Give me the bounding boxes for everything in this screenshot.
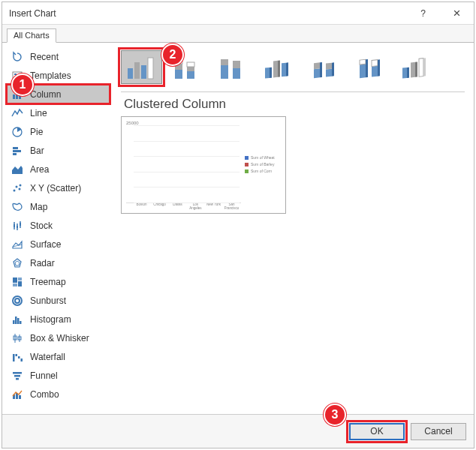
preview-chart: Sum of WheatSum of BarleySum of Corn: [126, 125, 281, 203]
sidebar-item-label: Recent: [30, 52, 59, 62]
svg-point-12: [16, 185, 18, 188]
x-label: Dallas: [170, 203, 185, 210]
sidebar-item-label: Combo: [30, 389, 59, 400]
sidebar-item-map[interactable]: Map: [7, 197, 110, 216]
svg-rect-49: [134, 62, 140, 79]
svg-marker-10: [12, 166, 23, 174]
svg-rect-27: [13, 284, 17, 286]
svg-rect-50: [141, 65, 146, 79]
svg-rect-7: [13, 147, 18, 149]
templates-icon: [10, 68, 25, 83]
svg-rect-41: [21, 358, 23, 362]
svg-point-11: [14, 189, 16, 191]
svg-rect-83: [415, 62, 417, 76]
chart-subtype-5[interactable]: [350, 50, 391, 84]
sidebar-item-bar[interactable]: Bar: [7, 141, 110, 160]
sidebar-item-pie[interactable]: Pie: [7, 122, 110, 141]
svg-rect-52: [175, 70, 182, 79]
sidebar-item-sunburst[interactable]: Sunburst: [7, 291, 110, 310]
grid-lines: [134, 125, 240, 202]
chart-subtype-1[interactable]: [167, 50, 208, 84]
preview-plot-area: [126, 125, 241, 203]
funnel-icon: [10, 368, 25, 383]
sidebar-item-combo[interactable]: Combo: [7, 385, 110, 404]
legend-item: Sum of Wheat: [245, 155, 281, 160]
svg-rect-77: [372, 65, 378, 76]
svg-rect-64: [273, 60, 278, 77]
sidebar-item-label: Waterfall: [30, 352, 65, 362]
chart-subtype-2[interactable]: [212, 50, 254, 84]
close-button[interactable]: ×: [440, 2, 474, 24]
treemap-icon: [10, 274, 25, 290]
x-axis-labels: BostonChicagoDallasLos AngelesNew YorkSa…: [126, 203, 281, 210]
sidebar-item-stock[interactable]: Stock: [7, 216, 110, 235]
svg-rect-68: [314, 68, 320, 78]
cancel-button-label: Cancel: [424, 426, 452, 436]
svg-point-29: [15, 298, 20, 303]
sidebar-item-recent[interactable]: Recent: [7, 47, 110, 66]
sidebar-item-column[interactable]: Column: [7, 85, 110, 104]
chart-subtype-3[interactable]: [258, 50, 300, 84]
main-panel: 2 Clustered Column 25000 Sum of WheatSum…: [112, 43, 474, 414]
column-icon: [10, 87, 25, 102]
surface-icon: [10, 237, 25, 252]
svg-rect-9: [13, 153, 17, 155]
sidebar-item-funnel[interactable]: Funnel: [7, 366, 110, 385]
chart-preview[interactable]: 25000 Sum of WheatSum of BarleySum of Co…: [121, 116, 286, 214]
chart-subtype-4[interactable]: [304, 50, 345, 84]
sidebar-item-label: Funnel: [30, 370, 58, 381]
chart-category-sidebar: 1 RecentTemplatesColumnLinePieBarAreaX Y…: [2, 43, 112, 414]
svg-rect-58: [221, 65, 228, 79]
sidebar-item-scatter[interactable]: X Y (Scatter): [7, 178, 110, 197]
svg-rect-61: [233, 61, 240, 68]
svg-rect-47: [19, 395, 21, 399]
stock-icon: [10, 218, 25, 233]
line-icon: [10, 106, 25, 121]
cancel-button[interactable]: Cancel: [411, 423, 466, 440]
svg-rect-85: [423, 58, 426, 76]
svg-rect-2: [18, 74, 20, 75]
pie-icon: [10, 124, 25, 140]
svg-rect-57: [187, 62, 194, 67]
sidebar-item-box[interactable]: Box & Whisker: [7, 328, 110, 347]
svg-point-14: [20, 184, 22, 186]
sidebar-item-area[interactable]: Area: [7, 160, 110, 178]
chart-subtype-6[interactable]: [396, 50, 437, 84]
sidebar-item-label: Surface: [30, 239, 61, 250]
help-icon: ?: [420, 8, 426, 19]
sidebar-item-histogram[interactable]: Histogram: [7, 310, 110, 328]
svg-rect-30: [13, 320, 15, 324]
svg-rect-5: [19, 91, 21, 99]
sidebar-item-surface[interactable]: Surface: [7, 235, 110, 254]
x-label: Boston: [134, 203, 149, 210]
svg-rect-62: [265, 67, 270, 78]
svg-rect-31: [15, 316, 17, 324]
svg-rect-44: [16, 378, 19, 380]
svg-rect-65: [278, 60, 280, 76]
chart-subtype-0[interactable]: [121, 50, 162, 84]
help-button[interactable]: ?: [406, 2, 440, 24]
sidebar-item-waterfall[interactable]: Waterfall: [7, 347, 110, 366]
svg-rect-59: [221, 59, 228, 65]
svg-rect-33: [20, 321, 22, 324]
insert-chart-dialog: Insert Chart ? × All Charts 1 RecentTemp…: [2, 2, 474, 448]
svg-rect-79: [378, 59, 380, 76]
sidebar-item-radar[interactable]: Radar: [7, 254, 110, 272]
tabstrip: All Charts: [2, 25, 474, 43]
subtype-name: Clustered Column: [124, 97, 465, 112]
window-controls: ? ×: [406, 2, 474, 24]
svg-rect-84: [419, 58, 423, 76]
ok-button[interactable]: OK: [349, 423, 405, 440]
ok-button-label: OK: [370, 426, 383, 436]
svg-rect-1: [14, 74, 17, 75]
svg-rect-70: [320, 62, 322, 77]
svg-rect-40: [18, 356, 20, 358]
svg-rect-48: [128, 68, 133, 79]
sidebar-item-label: Treemap: [30, 277, 66, 287]
sidebar-item-treemap[interactable]: Treemap: [7, 272, 110, 291]
tab-all-charts[interactable]: All Charts: [7, 28, 56, 43]
sidebar-item-templates[interactable]: Templates: [7, 66, 110, 85]
sidebar-item-line[interactable]: Line: [7, 104, 110, 122]
svg-rect-42: [13, 372, 22, 374]
svg-rect-66: [282, 62, 286, 76]
